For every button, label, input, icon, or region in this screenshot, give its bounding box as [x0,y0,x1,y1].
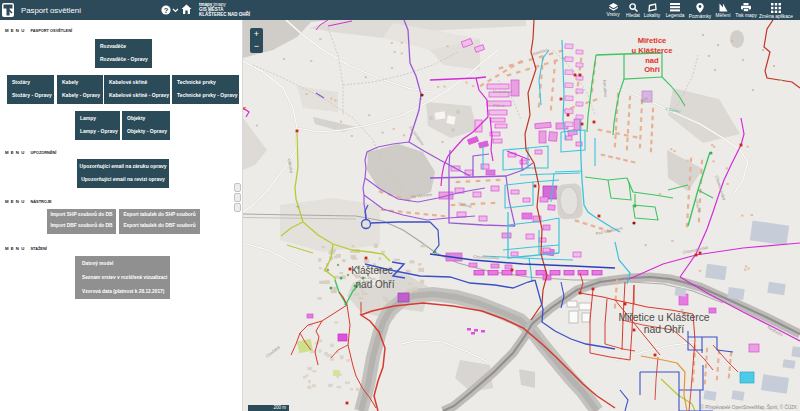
svg-text:E. Beneše: E. Beneše [359,280,373,284]
svg-text:Klášterec: Klášterec [351,265,393,276]
svg-text:Ohří: Ohří [644,65,661,74]
svg-text:© Přispěvatelé OpenStreetMap,: © Přispěvatelé OpenStreetMap, Špirit, © … [701,404,798,410]
svg-text:Miřetice u Klášterce: Miřetice u Klášterce [618,312,709,323]
svg-text:Miřetice: Miřetice [638,36,667,45]
svg-text:Příčná: Příčná [493,103,505,108]
svg-text:?: ? [164,5,169,14]
svg-text:nad: nad [645,56,659,65]
svg-text:nad Ohří: nad Ohří [644,324,685,335]
svg-text:u Klášterce: u Klášterce [632,46,673,55]
svg-text:Družstevní: Družstevní [493,89,513,94]
